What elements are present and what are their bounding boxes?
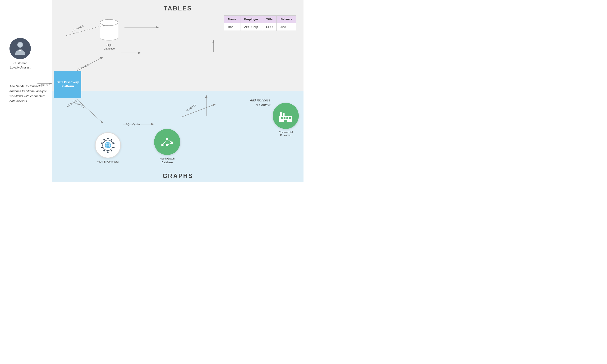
richness-text: Add Richness & Context bbox=[250, 98, 270, 107]
svg-point-20 bbox=[101, 147, 103, 148]
data-discovery-platform: Data Discovery Platform bbox=[54, 71, 81, 98]
svg-point-35 bbox=[166, 138, 168, 140]
cylinder-icon bbox=[100, 19, 119, 41]
table-cell-name: Bob bbox=[224, 23, 240, 31]
graphs-section: Add Richness & Context bbox=[52, 91, 304, 182]
sql-database-label: SQL Database bbox=[103, 43, 115, 51]
graph-nodes-icon bbox=[160, 136, 174, 149]
svg-point-8 bbox=[100, 19, 118, 26]
graphs-title: GRAPHS bbox=[52, 172, 304, 180]
svg-point-37 bbox=[166, 144, 168, 146]
svg-point-34 bbox=[161, 144, 164, 146]
graph-db-circle bbox=[154, 129, 180, 155]
bi-connector-circle bbox=[95, 132, 121, 158]
table-row: Bob ABC Corp CEO $200 bbox=[224, 23, 296, 31]
svg-point-13 bbox=[107, 138, 109, 139]
svg-point-18 bbox=[107, 151, 109, 153]
queries-bottom-label: QUERIES bbox=[66, 99, 79, 107]
queries-top-label: QUERIES bbox=[71, 25, 84, 32]
tables-arrows-svg bbox=[52, 0, 304, 91]
analyst-avatar bbox=[10, 38, 31, 59]
svg-rect-43 bbox=[286, 117, 288, 119]
main-container: Customer Loyalty Analyst The Neo4j BI Co… bbox=[0, 0, 304, 182]
svg-line-51 bbox=[181, 104, 216, 117]
svg-point-16 bbox=[113, 147, 115, 148]
svg-text:SQL: Cypher: SQL: Cypher bbox=[126, 123, 141, 126]
svg-point-22 bbox=[103, 139, 105, 141]
svg-rect-41 bbox=[281, 117, 283, 119]
diagram-area: TABLES SQL Database bbox=[52, 0, 304, 182]
analyst-label: Customer Loyalty Analyst bbox=[10, 61, 31, 70]
table-cell-employer: ABC Corp bbox=[240, 23, 262, 31]
table-header-balance: Balance bbox=[277, 16, 296, 23]
bi-connector-label: Neo4j BI Connector bbox=[96, 160, 119, 163]
svg-text:IS CEO OF: IS CEO OF bbox=[186, 103, 197, 112]
bi-connector-container: Neo4j BI Connector bbox=[95, 132, 121, 163]
tables-section: TABLES SQL Database bbox=[52, 0, 304, 91]
commercial-label: Commercial Customer bbox=[279, 131, 293, 136]
svg-point-15 bbox=[113, 143, 115, 144]
svg-point-14 bbox=[111, 139, 112, 141]
description-text: The Neo4j BI Connector enriches traditio… bbox=[10, 84, 47, 104]
uses-label: USES bbox=[40, 84, 48, 87]
table-cell-balance: $200 bbox=[277, 23, 296, 31]
svg-rect-39 bbox=[283, 113, 285, 117]
commercial-circle bbox=[273, 103, 299, 129]
sql-database-container: SQL Database bbox=[100, 19, 119, 51]
factory-icon bbox=[277, 108, 294, 124]
svg-rect-45 bbox=[284, 120, 287, 122]
analyst-figure: Customer Loyalty Analyst bbox=[10, 38, 31, 70]
svg-point-36 bbox=[171, 142, 173, 144]
svg-point-1 bbox=[18, 42, 23, 47]
svg-point-21 bbox=[101, 143, 103, 144]
left-panel: Customer Loyalty Analyst The Neo4j BI Co… bbox=[0, 0, 52, 182]
data-table: Name Employer Title Balance Bob ABC Corp… bbox=[224, 15, 296, 31]
table-header-name: Name bbox=[224, 16, 240, 23]
svg-point-17 bbox=[111, 150, 112, 151]
graph-db-label: Neo4j Graph Database bbox=[160, 157, 174, 164]
svg-rect-42 bbox=[284, 117, 286, 119]
svg-rect-44 bbox=[289, 117, 291, 119]
graph-db-container: Neo4j Graph Database bbox=[154, 129, 180, 164]
person-icon bbox=[13, 41, 27, 56]
tables-title: TABLES bbox=[57, 5, 299, 12]
svg-rect-38 bbox=[280, 112, 282, 117]
table-header-employer: Employer bbox=[240, 16, 262, 23]
bi-connector-icon bbox=[100, 137, 116, 154]
commercial-container: Commercial Customer bbox=[273, 103, 299, 136]
sql-cylinder bbox=[100, 19, 119, 41]
svg-point-19 bbox=[103, 150, 105, 151]
table-cell-title: CEO bbox=[262, 23, 277, 31]
table-header-title: Title bbox=[262, 16, 277, 23]
